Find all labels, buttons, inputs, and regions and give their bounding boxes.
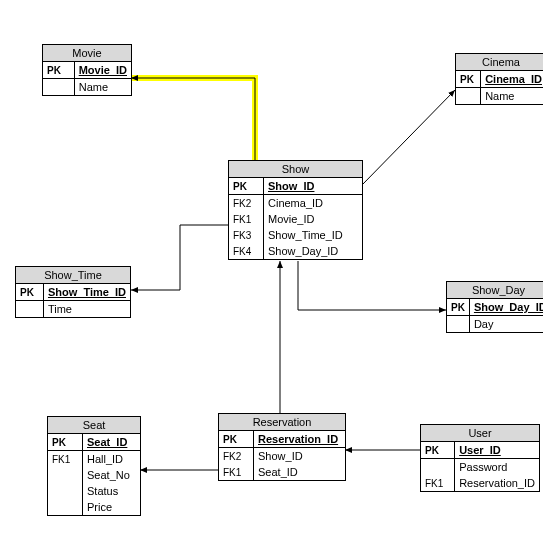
entity-title: Show_Time (16, 267, 130, 284)
entity-user: User PK User_ID Password FK1Reservation_… (420, 424, 540, 492)
entity-title: User (421, 425, 539, 442)
entity-title: Seat (48, 417, 140, 434)
entity-show-time: Show_Time PK Show_Time_ID Time (15, 266, 131, 318)
diagram-canvas: Movie PK Movie_ID Name Cinema PK Cinema_… (0, 0, 543, 537)
entity-cinema: Cinema PK Cinema_ID Name (455, 53, 543, 105)
entity-title: Show (229, 161, 362, 178)
entity-show-day: Show_Day PK Show_Day_ID Day (446, 281, 543, 333)
entity-title: Movie (43, 45, 131, 62)
entity-title: Reservation (219, 414, 345, 431)
entity-movie: Movie PK Movie_ID Name (42, 44, 132, 96)
entity-show: Show PK Show_ID FK2Cinema_ID FK1Movie_ID… (228, 160, 363, 260)
entity-seat: Seat PK Seat_ID FK1Hall_ID Seat_No Statu… (47, 416, 141, 516)
entity-title: Show_Day (447, 282, 543, 299)
entity-reservation: Reservation PK Reservation_ID FK2Show_ID… (218, 413, 346, 481)
entity-title: Cinema (456, 54, 543, 71)
